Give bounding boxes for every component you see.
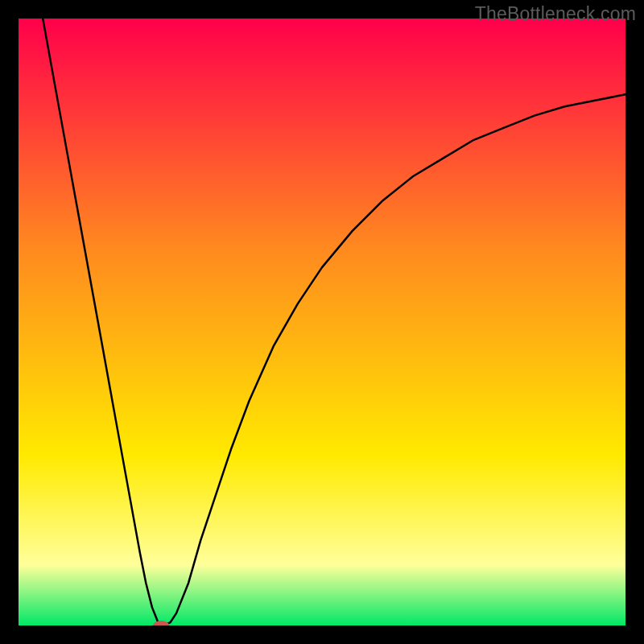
watermark-text: TheBottleneck.com <box>475 3 636 25</box>
plot-background <box>19 19 625 625</box>
chart-container: TheBottleneck.com <box>0 0 644 644</box>
bottleneck-chart <box>0 0 644 644</box>
